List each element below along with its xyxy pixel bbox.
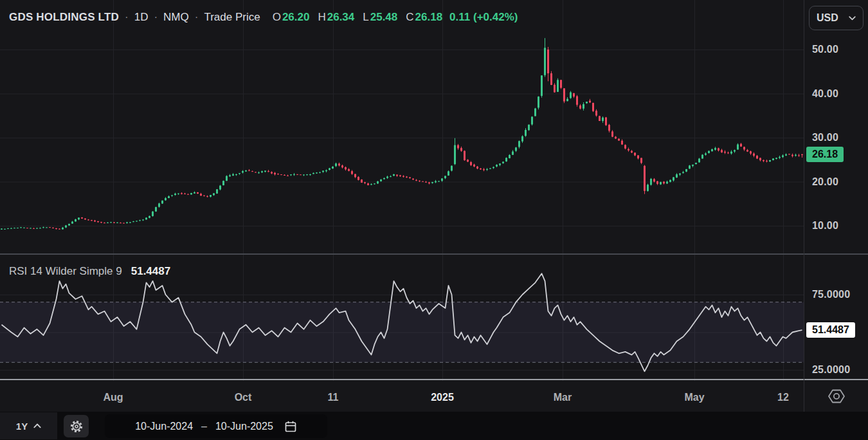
ohlc-letter: L — [363, 11, 368, 24]
symbol-name[interactable]: GDS HOLDINGS LTD — [9, 11, 119, 24]
rsi-header[interactable]: RSI 14 Wilder Simple 9 51.4487 — [9, 265, 170, 278]
date-range-picker[interactable]: 10-Jun-2024 – 10-Jun-2025 — [105, 414, 327, 438]
candle-body — [724, 152, 726, 152]
candle-body — [338, 163, 340, 165]
date-to: 10-Jun-2025 — [215, 421, 273, 432]
candle-body — [689, 165, 691, 169]
candle-body — [435, 181, 437, 183]
candle-body — [531, 117, 533, 125]
candle-body — [239, 173, 240, 174]
rsi-band — [0, 302, 804, 363]
currency-selector-button[interactable]: USD — [809, 6, 863, 30]
price-axis-label: 40.00 — [812, 88, 838, 100]
candle-body — [52, 228, 54, 228]
candle-body — [335, 163, 337, 166]
separator-dot: · — [154, 11, 158, 24]
candle-body — [177, 194, 179, 194]
candle-body — [682, 172, 684, 174]
time-axis-label: Mar — [554, 392, 572, 403]
candle-body — [528, 125, 530, 131]
date-separator: – — [201, 421, 207, 432]
candle-body — [750, 151, 752, 154]
candle-body — [711, 149, 713, 151]
price-axis[interactable]: 26.18 51.4487 50.0040.0030.0020.0010.007… — [804, 0, 868, 381]
candle-body — [695, 163, 697, 164]
candle-body — [599, 116, 601, 121]
candle-body — [248, 170, 250, 171]
candle-body — [97, 221, 99, 222]
candle-body — [740, 144, 742, 147]
price-axis-label: 20.00 — [812, 176, 838, 188]
candle-body — [521, 136, 523, 142]
time-axis-label: 11 — [328, 392, 339, 403]
candle-body — [232, 174, 234, 176]
candle-body — [81, 217, 83, 219]
candle-body — [354, 174, 356, 178]
candle-body — [14, 228, 15, 228]
time-axis-corner[interactable] — [804, 380, 868, 412]
candle-body — [84, 219, 86, 220]
candle-body — [489, 169, 491, 169]
candle-body — [775, 158, 777, 159]
candle-body — [419, 181, 420, 181]
pane-separator[interactable] — [0, 253, 868, 255]
candle-body — [226, 176, 228, 181]
candle-body — [329, 169, 330, 170]
candle-body — [30, 228, 32, 228]
hexagon-eye-icon[interactable] — [827, 388, 846, 405]
rsi-indicator-title[interactable]: RSI 14 Wilder Simple 9 — [9, 265, 122, 278]
candle-body — [763, 160, 764, 161]
candle-body — [705, 154, 707, 155]
candle-body — [42, 227, 44, 228]
candle-body — [708, 151, 710, 153]
separator-dot: · — [195, 11, 199, 24]
candle-body — [576, 96, 578, 105]
candle-body — [152, 212, 154, 216]
candle-body — [457, 145, 459, 149]
candle-body — [7, 228, 9, 229]
candle-body — [1, 229, 3, 230]
candle-body — [464, 151, 466, 161]
candle-body — [714, 148, 716, 150]
calendar-icon[interactable] — [284, 420, 297, 433]
chart-panes[interactable]: GDS HOLDINGS LTD · 1D · NMQ · Trade Pric… — [0, 0, 804, 381]
candle-body — [393, 174, 395, 176]
candle-body — [374, 183, 375, 184]
time-axis[interactable]: AugOct112025MarMay12 — [0, 380, 804, 412]
interval-label[interactable]: 1D — [134, 11, 149, 24]
range-label: 1Y — [16, 421, 28, 432]
chart-settings-button[interactable] — [64, 415, 89, 437]
candle-body — [592, 103, 594, 111]
candle-body — [213, 193, 215, 195]
candle-body — [554, 85, 556, 93]
candle-body — [110, 222, 112, 223]
candle-body — [23, 228, 25, 228]
candle-body — [216, 189, 218, 194]
candle-body — [120, 223, 122, 223]
candle-body — [399, 176, 401, 176]
candle-body — [512, 152, 514, 155]
candle-body — [33, 228, 35, 229]
candle-body — [222, 181, 224, 185]
symbol-header[interactable]: GDS HOLDINGS LTD · 1D · NMQ · Trade Pric… — [9, 11, 518, 24]
ohlc-values: O26.20H26.34L25.48C26.18 — [273, 11, 442, 24]
candle-body — [611, 131, 613, 136]
candle-body — [727, 152, 729, 153]
candle-body — [438, 181, 440, 182]
candle-body — [309, 174, 311, 175]
candle-body — [165, 198, 167, 200]
candle-body — [261, 171, 263, 172]
candle-body — [113, 223, 115, 223]
price-axis-label: 10.00 — [812, 220, 838, 232]
candle-body — [319, 172, 321, 173]
candle-body — [36, 228, 38, 229]
candle-body — [656, 181, 658, 184]
candle-body — [759, 158, 761, 161]
candle-body — [132, 221, 134, 222]
price-rsi-chart-canvas[interactable] — [0, 0, 804, 381]
candle-body — [473, 165, 475, 167]
date-range-expand-button[interactable]: 1Y — [0, 412, 57, 439]
series-type-label: Trade Price — [204, 11, 260, 24]
candle-body — [628, 149, 629, 151]
candle-body — [203, 196, 205, 196]
